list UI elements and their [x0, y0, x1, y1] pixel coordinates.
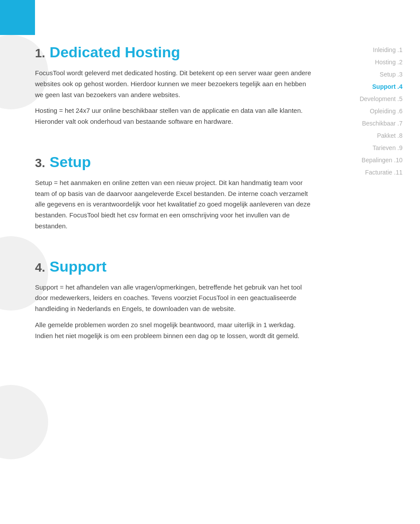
section-title: Support — [49, 258, 106, 275]
section-body: Setup = het aanmaken en online zetten va… — [35, 178, 315, 232]
deco-square — [0, 0, 35, 35]
section: 3.SetupSetup = het aanmaken en online ze… — [35, 154, 315, 232]
toc-item: Tarieven .9 — [332, 142, 402, 154]
section-title: Setup — [49, 154, 91, 171]
toc-item: Hosting .2 — [332, 56, 402, 68]
toc-item: Setup .3 — [332, 68, 402, 80]
section-paragraph: Setup = het aanmaken en online zetten va… — [35, 178, 315, 232]
section-title: Dedicated Hosting — [49, 44, 180, 61]
toc-item: Development .5 — [332, 93, 402, 105]
section-number: 4. — [35, 261, 45, 275]
section-header: 3.Setup — [35, 154, 315, 171]
deco-circle-4 — [0, 385, 48, 459]
section: 1.Dedicated HostingFocusTool wordt gelev… — [35, 44, 315, 127]
section-header: 4.Support — [35, 258, 315, 275]
toc-item: Bepalingen .10 — [332, 154, 402, 166]
section-body: FocusTool wordt geleverd met dedicated h… — [35, 68, 315, 127]
section: 4.SupportSupport = het afhandelen van al… — [35, 258, 315, 342]
section-paragraph: Hosting = het 24x7 uur online beschikbaa… — [35, 105, 315, 127]
section-paragraph: Alle gemelde problemen worden zo snel mo… — [35, 320, 315, 342]
section-header: 1.Dedicated Hosting — [35, 44, 315, 61]
table-of-contents: Inleiding .1Hosting .2Setup .3Support .4… — [332, 44, 402, 178]
toc-item: Opleiding .6 — [332, 105, 402, 117]
toc-item: Facturatie .11 — [332, 166, 402, 178]
toc-item: Inleiding .1 — [332, 44, 402, 56]
section-number: 1. — [35, 46, 45, 60]
toc-item: Support .4 — [332, 80, 402, 93]
section-paragraph: Support = het afhandelen van alle vragen… — [35, 282, 315, 314]
section-paragraph: FocusTool wordt geleverd met dedicated h… — [35, 68, 315, 100]
toc-item: Pakket .8 — [332, 129, 402, 142]
section-body: Support = het afhandelen van alle vragen… — [35, 282, 315, 342]
toc-item: Beschikbaar .7 — [332, 117, 402, 129]
section-number: 3. — [35, 156, 45, 170]
